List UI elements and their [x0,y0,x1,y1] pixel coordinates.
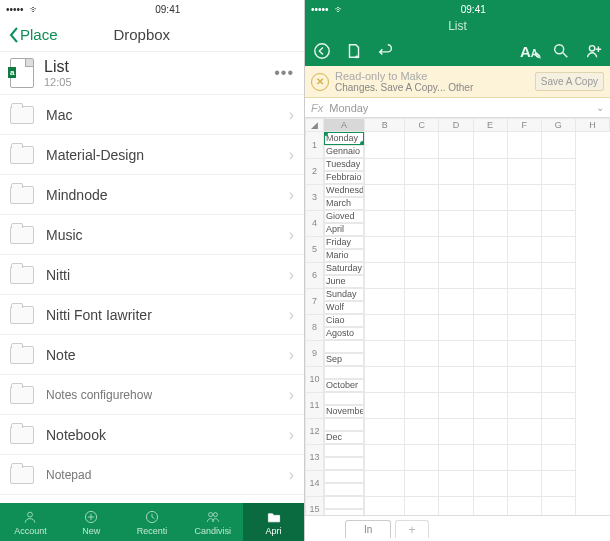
cell[interactable] [365,366,405,392]
cell[interactable] [541,288,575,314]
cell[interactable] [439,158,473,184]
cell[interactable] [324,483,364,496]
cell[interactable] [365,470,405,496]
cell[interactable] [439,314,473,340]
cell[interactable]: Monday [324,132,364,145]
cell[interactable] [541,340,575,366]
row-header[interactable]: 1 [306,132,324,159]
cell[interactable] [439,236,473,262]
cell[interactable] [473,418,507,444]
file-header[interactable]: a List 12:05 ••• [0,52,304,95]
cell[interactable] [507,366,541,392]
cell[interactable] [439,340,473,366]
cell[interactable] [405,366,439,392]
more-icon[interactable]: ••• [274,64,294,82]
cell[interactable] [507,288,541,314]
cell[interactable] [473,210,507,236]
cell[interactable] [405,314,439,340]
add-sheet-button[interactable]: + [395,520,429,538]
cell[interactable]: Gioved [324,210,364,223]
cell[interactable] [324,366,364,379]
row-header[interactable]: 15 [306,496,324,515]
cell[interactable] [473,444,507,470]
col-header-G[interactable]: G [541,119,575,132]
cell[interactable] [439,184,473,210]
search-icon[interactable] [552,42,570,60]
row-header[interactable]: 14 [306,470,324,496]
col-header-A[interactable]: A [324,119,365,132]
col-header-E[interactable]: E [473,119,507,132]
cell[interactable] [439,470,473,496]
cell[interactable] [439,366,473,392]
cell[interactable] [507,236,541,262]
font-format-icon[interactable]: AA✎ [520,43,538,60]
cell[interactable] [507,418,541,444]
cell[interactable] [507,444,541,470]
cell[interactable] [365,236,405,262]
cell[interactable] [541,496,575,515]
folder-row[interactable]: Nitti Font Iawriter› [0,295,304,335]
cell[interactable] [473,132,507,159]
cell[interactable] [365,340,405,366]
tab-apri[interactable]: Apri [243,503,304,541]
share-icon[interactable] [584,42,602,60]
cell[interactable] [405,288,439,314]
formula-bar[interactable]: Fx Monday ⌄ [305,98,610,118]
cell[interactable] [439,418,473,444]
cell[interactable] [405,184,439,210]
cell[interactable] [324,509,364,515]
cell[interactable] [507,210,541,236]
cell[interactable] [541,184,575,210]
cell[interactable] [507,132,541,159]
cell[interactable] [405,496,439,515]
cell[interactable]: June [324,275,364,288]
cell[interactable] [507,158,541,184]
cell[interactable]: Agosto [324,327,364,340]
row-header[interactable]: 4 [306,210,324,236]
cell[interactable] [365,132,405,159]
spreadsheet[interactable]: ◢ABCDEFGH1MondayGennaio2TuesdayFebbraio3… [305,118,610,515]
folder-row[interactable]: Material-Design› [0,135,304,175]
cell[interactable] [473,236,507,262]
cell[interactable] [507,496,541,515]
cell[interactable]: Sunday [324,288,364,301]
cell[interactable] [324,496,364,509]
cell[interactable] [507,262,541,288]
cell[interactable]: Tuesday [324,158,364,171]
cell[interactable] [507,314,541,340]
cell[interactable] [324,340,364,353]
cell[interactable]: Wolf [324,301,364,314]
col-header-H[interactable]: H [575,119,609,132]
cell[interactable] [405,418,439,444]
cell[interactable] [473,314,507,340]
row-header[interactable]: 9 [306,340,324,366]
cell[interactable] [324,392,364,405]
cell[interactable] [473,366,507,392]
cell[interactable] [405,158,439,184]
cell[interactable] [365,496,405,515]
cell[interactable]: Dec [324,431,364,444]
cell[interactable] [473,340,507,366]
cell[interactable] [541,210,575,236]
cell[interactable] [541,314,575,340]
save-copy-button[interactable]: Save A Copy [535,72,604,91]
row-header[interactable]: 5 [306,236,324,262]
tab-recenti[interactable]: Recenti [122,503,183,541]
col-header-C[interactable]: C [405,119,439,132]
row-header[interactable]: 11 [306,392,324,418]
cell[interactable]: Gennaio [324,145,364,158]
cell[interactable]: Febbraio [324,171,364,184]
folder-row[interactable]: Nitti› [0,255,304,295]
cell[interactable]: November [324,405,364,418]
cell[interactable] [365,392,405,418]
cell[interactable] [365,288,405,314]
cell[interactable] [541,470,575,496]
cell[interactable] [365,418,405,444]
cell[interactable]: April [324,223,364,236]
cell[interactable] [405,470,439,496]
cell[interactable] [473,392,507,418]
row-header[interactable]: 12 [306,418,324,444]
cell[interactable] [405,236,439,262]
cell[interactable] [439,444,473,470]
cell[interactable] [439,288,473,314]
